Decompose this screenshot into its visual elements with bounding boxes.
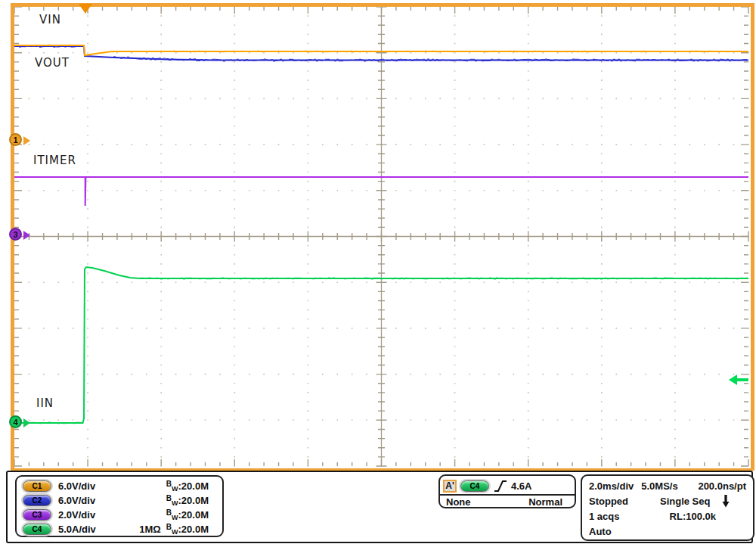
channel-1-badge[interactable]: C1 xyxy=(23,480,51,492)
trace-label-iin: IIN xyxy=(36,396,54,410)
trigger-mode-value: Normal xyxy=(528,496,562,508)
oscilloscope-screen: VIN VOUT ITIMER IIN 1 3 4 C1 6.0V/div BW… xyxy=(0,0,756,544)
channel-1-badge: 1 xyxy=(9,133,22,146)
channel-1-position-marker[interactable]: 1 xyxy=(9,133,35,148)
trace-label-vout: VOUT xyxy=(35,56,70,70)
down-arrow-icon xyxy=(722,495,730,508)
trigger-mode-row: None Normal xyxy=(440,494,575,508)
graticule-and-traces xyxy=(0,0,756,471)
right-arrow-icon xyxy=(23,231,30,240)
channel-settings-panel[interactable]: C1 6.0V/div BW:20.0M C2 6.0V/div BW:20.0… xyxy=(15,475,224,537)
channel-4-position-marker[interactable]: 4 xyxy=(9,415,35,431)
acquisitions-count: 1 acqs xyxy=(589,511,619,522)
timebase-value: 2.0ms/div xyxy=(589,480,634,492)
readout-strip: C1 6.0V/div BW:20.0M C2 6.0V/div BW:20.0… xyxy=(6,471,753,543)
rising-edge-icon xyxy=(494,480,507,493)
acquisition-state: Stopped xyxy=(589,496,628,507)
channel-row-c4[interactable]: C4 5.0A/div 1MΩBW:20.0M xyxy=(23,522,216,536)
channel-row-c2[interactable]: C2 6.0V/div BW:20.0M xyxy=(23,493,216,508)
bandwidth-label: B xyxy=(166,494,172,502)
trigger-level-marker-icon[interactable] xyxy=(729,375,748,385)
trigger-position-marker-icon[interactable] xyxy=(79,4,92,14)
right-arrow-icon xyxy=(23,136,30,145)
trigger-mode-label: Auto xyxy=(589,526,612,537)
channel-1-scale: 6.0V/div xyxy=(58,480,95,492)
bandwidth-label: B xyxy=(166,523,172,531)
sample-rate-value: 5.0MS/s xyxy=(641,480,677,492)
trigger-panel[interactable]: A' C4 4.6A None Normal xyxy=(438,474,576,508)
acquisition-panel[interactable]: 2.0ms/div 5.0MS/s 200.0ns/pt Stopped Sin… xyxy=(581,474,754,541)
trace-label-vin: VIN xyxy=(39,13,61,26)
graticule-frame xyxy=(13,5,753,471)
trace-label-itimer: ITIMER xyxy=(33,154,76,167)
channel-3-badge[interactable]: C3 xyxy=(23,509,51,521)
channel-4-badge: 4 xyxy=(9,415,22,428)
bandwidth-label: B xyxy=(166,480,172,488)
trigger-settings-row: A' C4 4.6A xyxy=(440,476,575,494)
channel-3-position-marker[interactable]: 3 xyxy=(9,228,35,243)
channel-row-c3[interactable]: C3 2.0V/div BW:20.0M xyxy=(23,508,216,522)
channel-4-badge[interactable]: C4 xyxy=(23,524,51,535)
holdoff-value: None xyxy=(446,496,471,508)
waveform-display: VIN VOUT ITIMER IIN 1 3 4 xyxy=(0,0,756,471)
channel-3-badge: 3 xyxy=(9,228,22,241)
channel-4-impedance: 1MΩ xyxy=(139,524,160,535)
trigger-level-value: 4.6A xyxy=(511,480,531,492)
channel-3-bandwidth: :20.0M xyxy=(178,509,209,521)
channel-1-bandwidth: :20.0M xyxy=(178,480,209,492)
channel-2-bandwidth: :20.0M xyxy=(178,495,209,506)
channel-4-scale: 5.0A/div xyxy=(58,524,96,535)
channel-3-scale: 2.0V/div xyxy=(58,509,95,521)
trigger-event-badge: A' xyxy=(443,480,457,493)
channel-2-scale: 6.0V/div xyxy=(58,495,95,506)
record-length-value: RL:100.0k xyxy=(670,511,716,522)
right-arrow-icon xyxy=(23,418,30,427)
channel-row-c1[interactable]: C1 6.0V/div BW:20.0M xyxy=(23,479,216,493)
channel-2-badge[interactable]: C2 xyxy=(23,495,51,506)
channel-4-bandwidth: :20.0M xyxy=(178,524,209,535)
acquisition-mode: Single Seq xyxy=(660,496,710,507)
bandwidth-label: B xyxy=(166,508,172,517)
resolution-value: 200.0ns/pt xyxy=(698,480,746,492)
marker-stub xyxy=(736,378,748,381)
trigger-source-badge[interactable]: C4 xyxy=(460,480,489,492)
